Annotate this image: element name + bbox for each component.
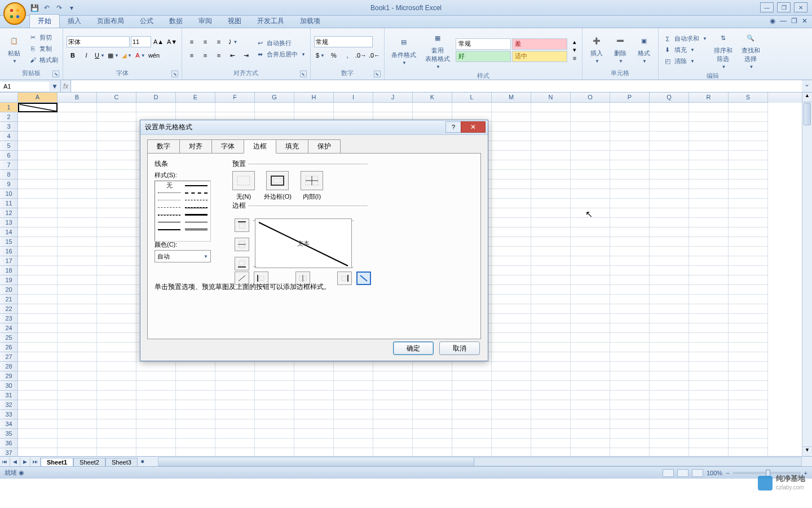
normal-view-icon[interactable] xyxy=(663,469,674,477)
save-icon[interactable]: 💾 xyxy=(29,3,39,13)
align-right-icon[interactable]: ≡ xyxy=(213,50,225,61)
formula-input[interactable] xyxy=(71,80,802,92)
align-top-icon[interactable]: ≡ xyxy=(186,36,198,47)
style-normal[interactable]: 常规 xyxy=(456,38,511,50)
expand-formula-bar-icon[interactable]: ⌄ xyxy=(802,80,812,92)
undo-icon[interactable]: ↶ xyxy=(42,3,52,13)
dialog-ok-button[interactable]: 确定 xyxy=(393,341,434,355)
col-header-B[interactable]: B xyxy=(58,93,97,103)
col-header-F[interactable]: F xyxy=(215,93,255,103)
border-bottom-button[interactable] xyxy=(235,257,249,270)
gallery-more-icon[interactable]: ≡ xyxy=(571,54,579,62)
active-cell-a1[interactable] xyxy=(18,103,58,112)
col-header-P[interactable]: P xyxy=(610,93,650,103)
dlg-tab-font[interactable]: 字体 xyxy=(211,139,244,154)
dialog-cancel-button[interactable]: 取消 xyxy=(439,341,480,355)
col-header-O[interactable]: O xyxy=(571,93,610,103)
fx-icon[interactable]: fx xyxy=(63,82,68,90)
doc-restore-icon[interactable]: ❐ xyxy=(791,17,797,25)
dlg-tab-border[interactable]: 边框 xyxy=(244,139,276,154)
col-header-Q[interactable]: Q xyxy=(650,93,689,103)
tab-page-layout[interactable]: 页面布局 xyxy=(89,15,132,28)
wrap-text-button[interactable]: ↩自动换行 xyxy=(254,38,307,48)
tab-formulas[interactable]: 公式 xyxy=(132,15,161,28)
col-header-I[interactable]: I xyxy=(334,93,373,103)
cell-styles-gallery[interactable]: 常规 差 好 适中 xyxy=(456,38,567,62)
orientation-icon[interactable]: ⤸▼ xyxy=(226,36,239,47)
line-style-opt[interactable] xyxy=(156,211,183,218)
line-style-none[interactable]: 无 xyxy=(156,182,183,189)
redo-icon[interactable]: ↷ xyxy=(54,3,64,13)
row-header-19[interactable]: 19 xyxy=(0,275,18,285)
page-break-view-icon[interactable] xyxy=(692,469,703,477)
row-header-31[interactable]: 31 xyxy=(0,391,18,400)
increase-indent-icon[interactable]: ⇥ xyxy=(240,50,252,61)
row-header-35[interactable]: 35 xyxy=(0,429,18,439)
row-header-4[interactable]: 4 xyxy=(0,132,18,141)
tab-view[interactable]: 视图 xyxy=(220,15,249,28)
comma-icon[interactable]: , xyxy=(341,50,354,61)
cut-button[interactable]: ✂剪切 xyxy=(27,32,59,42)
sheet-tab-3[interactable]: Sheet3 xyxy=(105,458,138,466)
preset-none-button[interactable] xyxy=(232,171,255,190)
col-header-C[interactable]: C xyxy=(97,93,136,103)
name-box[interactable]: ▼ xyxy=(0,80,61,92)
dlg-tab-protect[interactable]: 保护 xyxy=(308,139,341,154)
row-header-33[interactable]: 33 xyxy=(0,410,18,419)
copy-button[interactable]: ⎘复制 xyxy=(27,43,59,54)
row-header-5[interactable]: 5 xyxy=(0,141,18,151)
border-diag-down-button[interactable] xyxy=(356,271,371,285)
dialog-help-icon[interactable]: ? xyxy=(445,121,461,133)
sheet-first-icon[interactable]: ⏮ xyxy=(0,457,10,466)
line-style-opt[interactable] xyxy=(183,211,210,218)
conditional-formatting-button[interactable]: ▤条件格式▼ xyxy=(388,34,420,67)
percent-icon[interactable]: % xyxy=(328,50,340,61)
border-hmiddle-button[interactable] xyxy=(235,238,249,251)
align-middle-icon[interactable]: ≡ xyxy=(199,36,211,47)
h-scroll-thumb[interactable] xyxy=(158,458,474,466)
line-style-opt[interactable] xyxy=(183,204,210,211)
line-style-opt[interactable] xyxy=(156,204,183,211)
line-style-opt[interactable] xyxy=(156,196,183,204)
border-right-button[interactable] xyxy=(337,271,352,285)
row-header-28[interactable]: 28 xyxy=(0,362,18,371)
row-header-17[interactable]: 17 xyxy=(0,256,18,266)
select-all-corner[interactable] xyxy=(0,93,18,103)
new-sheet-icon[interactable]: ✸ xyxy=(138,457,148,466)
dialog-launcher-icon[interactable]: ⬊ xyxy=(300,71,307,77)
font-size-combo[interactable] xyxy=(131,36,151,47)
col-header-M[interactable]: M xyxy=(492,93,531,103)
line-style-opt[interactable] xyxy=(183,196,210,204)
border-button[interactable]: ▦▼ xyxy=(107,50,120,61)
col-header-E[interactable]: E xyxy=(176,93,215,103)
autosum-button[interactable]: Σ自动求和▼ xyxy=(662,34,708,44)
row-header-15[interactable]: 15 xyxy=(0,237,18,247)
accounting-format-icon[interactable]: $▼ xyxy=(314,50,326,61)
row-header-36[interactable]: 36 xyxy=(0,439,18,448)
dialog-launcher-icon[interactable]: ⬊ xyxy=(171,71,178,77)
row-header-21[interactable]: 21 xyxy=(0,295,18,304)
style-neutral[interactable]: 适中 xyxy=(512,51,567,62)
border-top-button[interactable] xyxy=(235,218,249,232)
row-header-34[interactable]: 34 xyxy=(0,419,18,429)
line-style-picker[interactable]: 无 xyxy=(155,181,211,242)
horizontal-scrollbar[interactable] xyxy=(158,457,802,466)
row-header-29[interactable]: 29 xyxy=(0,371,18,381)
dialog-launcher-icon[interactable]: ⬊ xyxy=(52,71,59,77)
sheet-next-icon[interactable]: ▶ xyxy=(20,457,30,466)
col-header-R[interactable]: R xyxy=(689,93,729,103)
row-header-3[interactable]: 3 xyxy=(0,122,18,132)
align-left-icon[interactable]: ≡ xyxy=(186,50,198,61)
row-header-13[interactable]: 13 xyxy=(0,218,18,227)
col-header-H[interactable]: H xyxy=(294,93,334,103)
line-style-opt[interactable] xyxy=(183,182,210,189)
align-bottom-icon[interactable]: ≡ xyxy=(213,36,225,47)
row-header-1[interactable]: 1 xyxy=(0,103,18,112)
line-style-opt[interactable] xyxy=(156,226,183,233)
tab-review[interactable]: 审阅 xyxy=(191,15,220,28)
page-layout-view-icon[interactable] xyxy=(677,469,689,477)
dialog-close-icon[interactable]: ✕ xyxy=(461,121,486,133)
col-header-N[interactable]: N xyxy=(531,93,571,103)
phonetic-button[interactable]: wén xyxy=(148,50,160,61)
help-icon[interactable]: ◉ xyxy=(770,17,775,25)
